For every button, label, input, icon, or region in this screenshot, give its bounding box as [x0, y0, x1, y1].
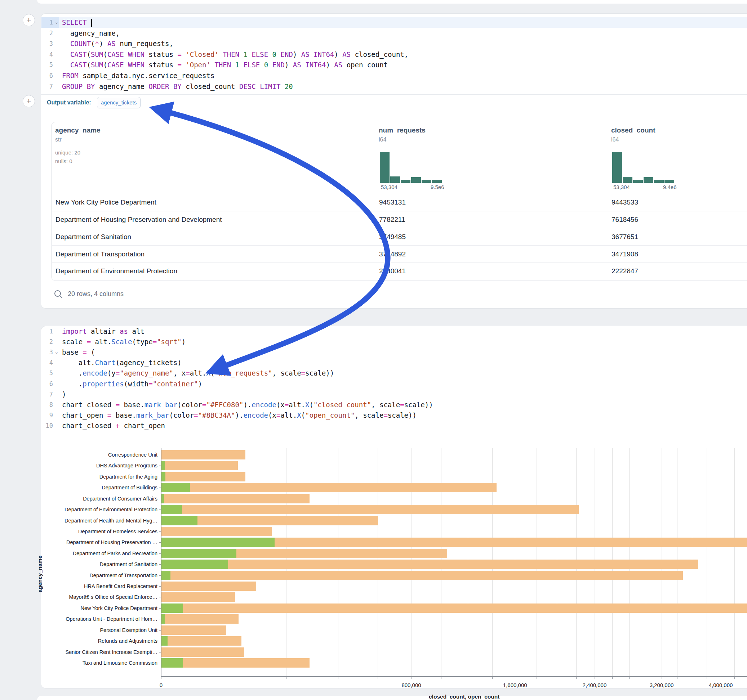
histogram-bar [401, 180, 410, 183]
x-axis-label: 1,600,000 [503, 682, 527, 688]
x-axis-tick [161, 676, 162, 679]
code-line[interactable]: CAST(SUM(CASE WHEN status = 'Closed' THE… [62, 49, 408, 60]
table-cell: 7618456 [611, 211, 638, 229]
column-header-num-requests[interactable]: num_requests [379, 127, 426, 134]
y-axis-label: Senior Citizen Rent Increase Exempti… [66, 649, 157, 655]
histogram-bar [432, 180, 442, 183]
open-count-bar [162, 538, 275, 547]
closed-count-bar [162, 483, 496, 492]
closed-count-bar [162, 658, 310, 668]
table-preview-card: agency_name str unique: 20 nulls: 0 num_… [51, 122, 747, 281]
y-axis-tick [159, 455, 161, 455]
y-axis-label: New York City Police Department [80, 605, 157, 611]
code-line[interactable]: chart_closed = base.mark_bar(color="#FFC… [62, 399, 433, 410]
y-axis-tick [159, 586, 161, 587]
table-row[interactable]: Department of Environmental Protection22… [52, 262, 747, 280]
fold-chevron-icon[interactable]: ⌄ [54, 17, 59, 28]
table-cell: 3471908 [611, 246, 638, 263]
table-row[interactable]: Department of Transportation377489234719… [52, 245, 747, 263]
closed-count-bar [162, 614, 239, 624]
line-number: 3 [39, 38, 53, 49]
hist-min-label: 53,304 [381, 184, 398, 190]
code-line[interactable]: base = ( [62, 347, 95, 358]
y-axis-label: Department for the Aging [100, 474, 157, 480]
y-axis-tick [159, 608, 161, 608]
closed-count-bar [162, 626, 226, 635]
y-axis-tick [159, 531, 161, 532]
table-row[interactable]: Department of Sanitation37494853677651 [52, 228, 747, 246]
closed-count-bar [162, 450, 245, 459]
output-variable-pill[interactable]: agency_tickets [97, 97, 141, 109]
y-axis-tick [159, 597, 161, 597]
column-type: str [55, 136, 62, 143]
y-axis-label: Mayorâ€ s Office of Special Enforce… [69, 594, 157, 600]
gridline [721, 448, 721, 676]
code-line[interactable]: GROUP BY agency_name ORDER BY closed_cou… [62, 81, 293, 92]
histogram-bar [633, 180, 643, 183]
table-row-count: 20 rows, 4 columns [68, 290, 124, 298]
code-line[interactable]: alt.Chart(agency_tickets) [62, 357, 181, 368]
y-axis-label: Department of Homeless Services [78, 529, 157, 534]
code-line[interactable]: ) [62, 389, 66, 400]
line-number: 7 [39, 389, 53, 400]
histogram-bar [654, 180, 664, 183]
table-cell: 3774892 [379, 246, 406, 263]
y-axis-tick [159, 499, 161, 499]
open-count-bar [162, 494, 164, 503]
closed-count-bar [162, 592, 235, 602]
histogram-bar [411, 177, 421, 183]
add-cell-button-top[interactable]: + [23, 14, 35, 26]
histogram-bar [644, 177, 653, 183]
x-axis-label: 800,000 [401, 682, 421, 688]
search-icon[interactable] [53, 289, 64, 299]
column-type: i64 [611, 136, 619, 143]
table-row[interactable]: New York City Police Department945313194… [52, 194, 747, 211]
closed-count-bar [162, 636, 242, 646]
code-line[interactable]: .encode(y="agency_name", x=alt.X("num_re… [62, 368, 334, 379]
hist-max-label: 9.5e6 [431, 184, 444, 190]
line-number: 5 [39, 59, 53, 70]
y-axis-label: Operations Unit - Department of Hom… [66, 616, 157, 622]
y-axis-label: Department of Health and Mental Hyg… [65, 518, 157, 523]
code-line[interactable]: scale = alt.Scale(type="sqrt") [62, 336, 186, 347]
histogram-bar [664, 180, 674, 183]
y-axis-label: Department of Sanitation [100, 561, 157, 567]
fold-chevron-icon[interactable]: ⌄ [54, 347, 59, 358]
column-header-closed-count[interactable]: closed_count [611, 127, 655, 134]
code-line[interactable]: CAST(SUM(CASE WHEN status = 'Open' THEN … [62, 59, 388, 70]
line-number: 1 [39, 17, 53, 28]
code-line[interactable]: .properties(width="container") [62, 379, 202, 389]
altair-chart: 0800,0001,600,0002,400,0003,200,0004,000… [0, 447, 747, 700]
x-axis-label: 4,000,000 [709, 682, 733, 688]
y-axis-tick [159, 619, 161, 619]
open-count-bar [162, 636, 168, 646]
line-number: 10 [39, 420, 53, 431]
code-line[interactable]: chart_closed + chart_open [62, 420, 165, 431]
table-cell: 2240041 [379, 262, 406, 280]
line-number: 2 [39, 28, 53, 39]
y-axis-tick [159, 487, 161, 488]
line-number: 6 [39, 70, 53, 81]
hist-max-label: 9.4e6 [663, 184, 677, 190]
code-line[interactable]: import altair as alt [62, 326, 145, 337]
open-count-bar [162, 560, 228, 569]
code-line[interactable]: SELECT [62, 17, 92, 28]
table-cell: Department of Environmental Protection [56, 262, 177, 280]
code-line[interactable]: FROM sample_data.nyc.service_requests [62, 70, 215, 81]
closed-count-bar [162, 527, 272, 536]
column-header-agency-name[interactable]: agency_name [55, 127, 101, 134]
y-axis-label: Personal Exemption Unit [100, 627, 157, 633]
add-cell-button-output[interactable]: + [23, 95, 35, 107]
line-number: 1 [39, 326, 53, 337]
histogram-bar [380, 152, 390, 183]
line-number: 5 [39, 368, 53, 379]
code-line[interactable]: agency_name, [62, 28, 119, 39]
table-row[interactable]: Department of Housing Preservation and D… [52, 211, 747, 229]
y-axis-tick [159, 575, 161, 576]
output-variable-value: agency_tickets [101, 100, 136, 106]
y-axis-tick [159, 466, 161, 466]
y-axis-label: Department of Consumer Affairs [83, 496, 157, 502]
code-line[interactable]: COUNT(*) AS num_requests, [62, 38, 173, 49]
code-line[interactable]: chart_open = base.mark_bar(color="#8BC34… [62, 410, 417, 421]
y-axis-label: Department of Transportation [89, 573, 157, 578]
